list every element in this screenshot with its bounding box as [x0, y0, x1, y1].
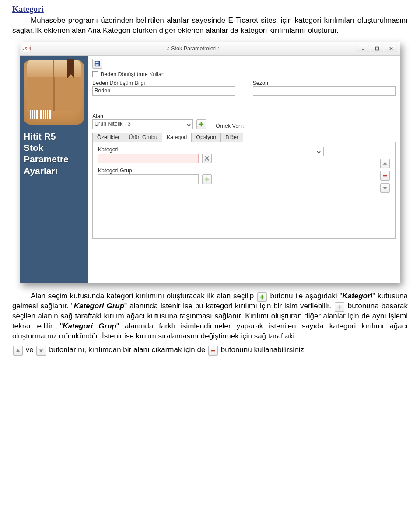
explanation-paragraph-1: Alan seçim kutusunda kategori kırılımını… — [12, 291, 408, 342]
close-button[interactable] — [385, 45, 397, 52]
move-down-button[interactable] — [380, 183, 390, 193]
svg-rect-9 — [201, 122, 202, 127]
kategori-label: Kategori — [98, 147, 212, 153]
tab-kategori[interactable]: Kategori — [162, 133, 192, 142]
svg-marker-14 — [383, 162, 387, 165]
svg-rect-1 — [376, 47, 379, 50]
chevron-down-icon — [187, 122, 191, 126]
sezon-label: Sezon — [253, 80, 396, 86]
title-bar: 7/24 .: Stok Parametreleri :. — [20, 42, 400, 56]
sezon-input[interactable] — [253, 86, 396, 96]
plus-icon — [335, 302, 344, 312]
svg-marker-21 — [16, 349, 20, 352]
kategori-agac-combo[interactable] — [219, 147, 324, 156]
kategori-grup-input[interactable] — [98, 174, 199, 184]
sidebar-title: Hitit R5 Stok Parametre Ayarları — [24, 131, 84, 177]
kategori-clear-button[interactable] — [202, 154, 212, 163]
kategori-tree-listbox[interactable] — [219, 159, 375, 232]
kategori-grup-add-button[interactable] — [202, 174, 212, 184]
tab-kategori-panel: Kategori Kategori Grup — [92, 142, 396, 239]
svg-rect-18 — [262, 295, 263, 300]
sidebar: Hitit R5 Stok Parametre Ayarları — [20, 56, 88, 283]
beden-donusturme-checkbox[interactable]: Beden Dönüştürme Kullan — [92, 71, 235, 77]
svg-rect-20 — [339, 305, 340, 310]
alan-combo[interactable]: Ürün Nitelik - 3 — [92, 119, 193, 129]
intro-paragraph: Muhasebe programı üzerinden belirtilen a… — [12, 16, 408, 36]
stok-parametreleri-window: 7/24 .: Stok Parametreleri :. — [20, 42, 400, 283]
save-button[interactable] — [92, 59, 102, 69]
move-up-button[interactable] — [380, 159, 390, 168]
sidebar-illustration — [24, 60, 84, 125]
kategori-grup-label: Kategori Grup — [98, 168, 212, 174]
ornek-veri-label: Örnek Veri : — [216, 123, 245, 129]
arrow-up-icon — [13, 346, 23, 356]
tab-ozellikler[interactable]: Özellikler — [92, 133, 124, 142]
arrow-down-icon — [36, 346, 46, 356]
svg-rect-7 — [98, 62, 98, 63]
chevron-down-icon — [317, 149, 321, 153]
beden-donusum-bilgi-label: Beden Dönüşüm Bilgi — [92, 80, 235, 86]
window-title: .: Stok Parametreleri :. — [31, 45, 357, 52]
minimize-button[interactable] — [357, 45, 369, 52]
svg-rect-13 — [206, 177, 208, 182]
tabstrip: Özellikler Ürün Grubu Kategori Opsiyon D… — [92, 133, 396, 142]
svg-rect-6 — [96, 64, 99, 66]
content-area: Beden Dönüştürme Kullan Beden Dönüşüm Bi… — [88, 56, 400, 283]
minus-icon — [208, 346, 218, 356]
maximize-button[interactable] — [371, 45, 383, 52]
alan-label: Alan — [92, 113, 193, 119]
beden-donusum-bilgi-input[interactable]: Beden — [92, 86, 235, 96]
svg-marker-22 — [39, 349, 43, 352]
explanation-paragraph-2: ve butonlarını, kırılımdan bir alanı çık… — [12, 345, 408, 355]
plus-icon — [257, 292, 267, 302]
tab-diger[interactable]: Diğer — [220, 133, 243, 142]
app-icon: 7/24 — [23, 45, 31, 52]
checkbox-icon — [92, 71, 98, 77]
tab-urun-grubu[interactable]: Ürün Grubu — [124, 133, 162, 142]
kategori-input[interactable] — [98, 154, 199, 163]
remove-button[interactable] — [380, 171, 390, 181]
section-heading: Kategori — [12, 4, 408, 14]
svg-marker-16 — [383, 187, 387, 190]
tab-opsiyon[interactable]: Opsiyon — [191, 133, 221, 142]
alan-add-button[interactable] — [196, 119, 206, 129]
